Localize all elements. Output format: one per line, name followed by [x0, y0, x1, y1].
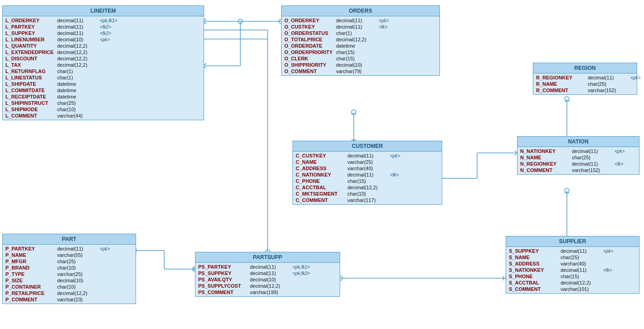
table-row: P_TYPEvarchar(25) — [3, 271, 136, 277]
table-row: PS_SUPPKEYdecimal(11)<pk,fk2> — [195, 270, 340, 276]
table-row: C_ACCTBALdecimal(12,2) — [293, 184, 442, 191]
table-row: PS_SUPPLYCOSTdecimal(12,2) — [195, 283, 340, 289]
table-row: N_COMMENTvarchar(152) — [517, 167, 639, 173]
table-row: O_CUSTKEYdecimal(11)<fk> — [282, 24, 439, 30]
table-row: L_SHIPDATEdatetime — [3, 81, 204, 87]
table-row: L_RETURNFLAGchar(1) — [3, 68, 204, 74]
lineitem-title: LINEITEM — [3, 6, 204, 16]
table-row: O_CLERKchar(15) — [282, 55, 439, 62]
part-title: PART — [3, 234, 136, 245]
table-row: P_PARTKEYdecimal(11)<pk> — [3, 246, 136, 252]
table-row: L_LINENUMBERdecimal(10)<pk> — [3, 36, 204, 43]
nation-title: NATION — [517, 137, 639, 147]
table-row: R_REGIONKEYdecimal(11)<pk> — [533, 74, 637, 81]
table-row: O_ORDERSTATUSchar(1) — [282, 30, 439, 36]
partsupp-body: PS_PARTKEYdecimal(11)<pk,fk1> PS_SUPPKEY… — [195, 263, 340, 296]
table-row: P_RETAILPRICEdecimal(12,2) — [3, 290, 136, 296]
partsupp-title: PARTSUPP — [195, 252, 340, 263]
lineitem-body: L_ORDERKEYdecimal(11)<pk,fk1> L_PARTKEYd… — [3, 16, 204, 120]
nation-body: N_NATIONKEYdecimal(11)<pk> N_NAMEchar(25… — [517, 147, 639, 174]
table-row: L_RECEIPTDATEdatetime — [3, 93, 204, 100]
orders-title: ORDERS — [282, 6, 439, 16]
table-row: N_NATIONKEYdecimal(11)<pk> — [517, 148, 639, 154]
region-body: R_REGIONKEYdecimal(11)<pk> R_NAMEchar(25… — [533, 74, 637, 94]
region-title: REGION — [533, 63, 637, 74]
table-row: C_NAMEvarchar(25) — [293, 159, 442, 165]
table-row: L_SHIPINSTRUCTchar(25) — [3, 100, 204, 106]
svg-point-30 — [565, 188, 569, 193]
table-row: C_NATIONKEYdecimal(11)<fk> — [293, 172, 442, 178]
table-row: L_QUANTITYdecimal(12,2) — [3, 43, 204, 49]
table-row: PS_COMMENTvarchar(199) — [195, 289, 340, 295]
table-row: L_COMMENTvarchar(44) — [3, 113, 204, 119]
svg-point-15 — [351, 110, 356, 114]
table-row: L_TAXdecimal(12,2) — [3, 62, 204, 68]
table-row: L_LINESTATUSchar(1) — [3, 74, 204, 81]
customer-table: CUSTOMER C_CUSTKEYdecimal(11)<pk> C_NAME… — [293, 141, 442, 205]
table-row: S_NATIONKEYdecimal(11)<fk> — [506, 267, 639, 273]
table-row: N_NAMEchar(25) — [517, 154, 639, 161]
table-row: PS_AVAILQTYdecimal(10) — [195, 276, 340, 283]
table-row: P_NAMEvarchar(55) — [3, 252, 136, 258]
table-row: L_EXTENDEDPRICEdecimal(12,2) — [3, 49, 204, 55]
table-row: C_COMMENTvarchar(117) — [293, 197, 442, 203]
table-row: PS_PARTKEYdecimal(11)<pk,fk1> — [195, 264, 340, 270]
part-body: P_PARTKEYdecimal(11)<pk> P_NAMEvarchar(5… — [3, 245, 136, 304]
table-row: O_TOTALPRICEdecimal(12,2) — [282, 36, 439, 43]
svg-point-25 — [565, 97, 569, 101]
table-row: L_DISCOUNTdecimal(12,2) — [3, 55, 204, 62]
table-row: L_SHIPMODEchar(10) — [3, 106, 204, 113]
customer-body: C_CUSTKEYdecimal(11)<pk> C_NAMEvarchar(2… — [293, 152, 442, 204]
region-table: REGION R_REGIONKEYdecimal(11)<pk> R_NAME… — [533, 63, 637, 95]
nation-table: NATION N_NATIONKEYdecimal(11)<pk> N_NAME… — [517, 136, 639, 175]
table-row: S_SUPPKEYdecimal(11)<pk> — [506, 248, 639, 254]
table-row: P_COMMENTvarchar(23) — [3, 296, 136, 303]
table-row: O_ORDERDATEdatetime — [282, 43, 439, 49]
table-row: P_CONTAINERchar(10) — [3, 284, 136, 290]
table-row: L_COMMITDATEdatetime — [3, 87, 204, 93]
table-row: R_NAMEchar(25) — [533, 81, 637, 87]
table-row: S_NAMEchar(25) — [506, 254, 639, 260]
orders-body: O_ORDERKEYdecimal(11)<pk> O_CUSTKEYdecim… — [282, 16, 439, 75]
partsupp-table: PARTSUPP PS_PARTKEYdecimal(11)<pk,fk1> P… — [195, 252, 340, 297]
table-row: O_SHIPPRIORITYdecimal(10) — [282, 62, 439, 68]
table-row: S_COMMENTvarchar(101) — [506, 286, 639, 292]
customer-title: CUSTOMER — [293, 141, 442, 152]
table-row: P_MFGRchar(25) — [3, 258, 136, 265]
table-row: C_CUSTKEYdecimal(11)<pk> — [293, 152, 442, 159]
supplier-table: SUPPLIER S_SUPPKEYdecimal(11)<pk> S_NAME… — [506, 236, 639, 294]
supplier-title: SUPPLIER — [506, 236, 639, 247]
table-row: C_PHONEchar(15) — [293, 178, 442, 184]
table-row: P_BRANDchar(10) — [3, 265, 136, 271]
table-row: C_ADDRESSvarchar(40) — [293, 165, 442, 172]
table-row: O_COMMENTvarchar(79) — [282, 68, 439, 74]
table-row: R_COMMENTvarchar(152) — [533, 87, 637, 93]
table-row: C_MKTSEGMENTchar(10) — [293, 191, 442, 197]
orders-table: ORDERS O_ORDERKEYdecimal(11)<pk> O_CUSTK… — [281, 5, 440, 76]
table-row: O_ORDERPRIORITYchar(15) — [282, 49, 439, 55]
table-row: L_SUPPKEYdecimal(11)<fk2> — [3, 30, 204, 36]
part-table: PART P_PARTKEYdecimal(11)<pk> P_NAMEvarc… — [2, 234, 136, 304]
supplier-body: S_SUPPKEYdecimal(11)<pk> S_NAMEchar(25) … — [506, 247, 639, 293]
table-row: L_ORDERKEYdecimal(11)<pk,fk1> — [3, 17, 204, 24]
table-row: L_PARTKEYdecimal(11)<fk2> — [3, 24, 204, 30]
table-row: S_ADDRESSvarchar(40) — [506, 260, 639, 267]
lineitem-table: LINEITEM L_ORDERKEYdecimal(11)<pk,fk1> L… — [2, 5, 204, 120]
table-row: S_ACCTBALdecimal(12,2) — [506, 280, 639, 286]
table-row: P_SIZEdecimal(10) — [3, 277, 136, 284]
table-row: S_PHONEchar(15) — [506, 273, 639, 280]
table-row: N_REGIONKEYdecimal(11)<fk> — [517, 161, 639, 167]
table-row: O_ORDERKEYdecimal(11)<pk> — [282, 17, 439, 24]
svg-point-11 — [238, 19, 243, 24]
